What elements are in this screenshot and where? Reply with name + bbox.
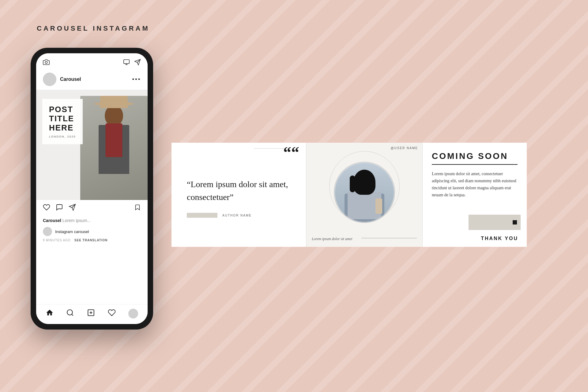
caption-text: Carousel Lorem ipsum... [43, 218, 91, 223]
page-title: CAROUSEL INSTAGRAM [37, 24, 150, 32]
phone-profile-bar: Carousel ••• [36, 70, 148, 90]
post-person-figure [80, 96, 148, 200]
accent-dot [513, 220, 517, 224]
svg-point-6 [67, 310, 73, 315]
post-title-text: POSTTITLEHERE [49, 105, 76, 133]
carousel-panels: ““ “Lorem ipsum dolor sit amet, consecte… [172, 143, 557, 247]
caption-more: Lorem ipsum... [62, 218, 91, 223]
quote-top-line [254, 148, 285, 149]
post-title-box: POSTTITLEHERE LONDON, 2020 [42, 99, 83, 144]
coming-soon-accent-box [469, 215, 521, 230]
search-nav-icon[interactable] [66, 309, 74, 318]
time-ago: 9 MINUTES AGO [43, 239, 71, 242]
woman-figure [334, 162, 394, 222]
coming-soon-body: Lorem ipsum dolor sit amet, consectetuer… [432, 170, 518, 198]
svg-point-0 [45, 61, 47, 63]
caption-username: Carousel [43, 218, 61, 223]
nav-profile-avatar[interactable] [128, 309, 138, 318]
profile-username-tag: @USER NAME [390, 146, 418, 150]
home-icon[interactable] [46, 309, 54, 318]
send-icon[interactable] [134, 59, 141, 67]
panel-coming-soon: COMING SOON Lorem ipsum dolor sit amet, … [423, 143, 527, 247]
phone-time-row: 9 MINUTES AGO SEE TRANSLATION [36, 238, 148, 244]
svg-line-7 [72, 314, 73, 316]
share-icon[interactable] [69, 204, 76, 213]
profile-caption: Lorem ipsum dolor sit amet [312, 237, 352, 241]
page-wrapper: CAROUSEL INSTAGRAM [0, 0, 588, 392]
phone-topbar [36, 53, 148, 70]
phone-actions [36, 200, 148, 217]
phone-screen: Carousel ••• POSTTITLEHERE LONDON, 2020 [36, 53, 148, 324]
phone-topbar-right [123, 59, 141, 67]
quote-text: “Lorem ipsum dolor sit amet, consectetue… [187, 178, 291, 204]
quote-author-row: AUTHOR NAME [187, 213, 291, 218]
thank-you-text: THANK YOU [481, 236, 518, 241]
coming-soon-title: COMING SOON [432, 151, 518, 161]
phone-caption: Carousel Lorem ipsum... [36, 217, 148, 226]
profile-left: Carousel [43, 73, 81, 86]
svg-rect-1 [124, 60, 129, 64]
phone-post-image: POSTTITLEHERE LONDON, 2020 [36, 90, 148, 200]
panel-quote: ““ “Lorem ipsum dolor sit amet, consecte… [172, 143, 306, 247]
comment-avatar [43, 227, 52, 236]
author-name: AUTHOR NAME [222, 214, 252, 217]
coming-soon-divider [432, 164, 518, 165]
quote-mark: ““ [283, 145, 299, 160]
instagram-carousel-label: Instagram carousel [55, 229, 89, 234]
author-line-decoration [187, 213, 217, 218]
bookmark-icon[interactable] [134, 204, 141, 213]
camera-icon[interactable] [43, 59, 50, 67]
heart-nav-icon[interactable] [108, 309, 116, 318]
heart-icon[interactable] [43, 204, 50, 213]
panel-profile: @USER NAME [306, 143, 423, 247]
comment-icon[interactable] [56, 204, 63, 213]
add-icon[interactable] [87, 309, 95, 318]
post-location: LONDON, 2020 [49, 135, 76, 138]
profile-username[interactable]: Carousel [60, 77, 81, 82]
more-options-icon[interactable]: ••• [132, 75, 141, 83]
phone-comment-row: Instagram carousel [36, 226, 148, 238]
avatar [43, 73, 56, 86]
profile-bottom-line [361, 238, 417, 238]
see-translation[interactable]: SEE TRANSLATION [74, 239, 108, 242]
phone-mockup: Carousel ••• POSTTITLEHERE LONDON, 2020 [31, 48, 153, 330]
tv-icon[interactable] [123, 59, 130, 67]
content-row: Carousel ••• POSTTITLEHERE LONDON, 2020 [31, 48, 557, 330]
action-left-icons [43, 204, 76, 213]
phone-bottom-nav [36, 304, 148, 324]
